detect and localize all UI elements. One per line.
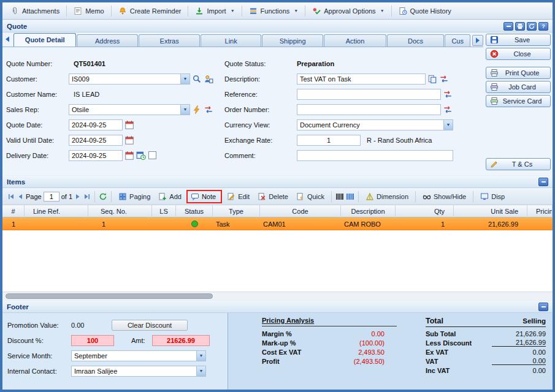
service-month-combobox[interactable]: ▼ [71,350,206,361]
amt-input[interactable] [152,335,210,346]
customer-combobox[interactable]: ▼ [69,74,190,85]
table-row[interactable]: 1 1 Task CAM01 CAM ROBO 1 21,626.99 [2,217,553,230]
attachments-button[interactable]: Attachments [6,5,64,17]
last-page-icon[interactable] [83,193,91,200]
lightning-icon[interactable] [192,105,202,115]
tab-quote-detail[interactable]: Quote Detail [13,33,76,47]
calendar-clock-icon[interactable] [136,151,146,160]
quote-history-button[interactable]: Quote History [394,5,456,17]
dimension-button[interactable]: Dimension [362,191,411,202]
column-header-seq-no[interactable]: Seq. No. [88,205,152,217]
edit-line-button[interactable]: Edit [224,191,253,202]
delivery-date-input[interactable] [69,150,123,161]
sales-rep-combobox[interactable]: ▼ [69,104,190,115]
swap-icon[interactable] [439,74,449,84]
currency-view-input[interactable] [297,119,443,130]
column-header-num[interactable]: # [2,205,25,217]
barcode-blue-icon[interactable] [346,192,354,201]
minimize-section-button[interactable] [538,303,548,311]
add-line-button[interactable]: Add [155,191,185,202]
description-input[interactable] [297,74,426,85]
horizontal-scrollbar[interactable] [2,292,553,300]
previous-page-icon[interactable] [17,193,24,200]
create-reminder-button[interactable]: Create Reminder [114,5,186,17]
barcode-icon[interactable] [335,192,344,201]
tab-shipping[interactable]: Shipping [262,34,323,47]
calendar-icon[interactable] [124,120,134,130]
tab-docs[interactable]: Docs [387,34,445,47]
memo-button[interactable]: Memo [69,5,109,17]
column-header-code[interactable]: Code [260,205,341,217]
show-hide-button[interactable]: Show/Hide [419,191,469,202]
paging-button[interactable]: Paging [115,191,153,202]
terms-and-conditions-button[interactable]: T & Cs [486,158,551,170]
order-number-input[interactable] [297,104,441,115]
minimize-section-button[interactable] [503,22,513,31]
dropdown-arrow-icon[interactable]: ▼ [443,119,453,130]
delete-line-button[interactable]: Delete [255,191,291,202]
service-month-input[interactable] [71,350,196,361]
minimize-section-button[interactable] [538,178,548,186]
dropdown-arrow-icon[interactable]: ▼ [196,350,206,361]
page-number-input[interactable] [44,192,59,202]
column-header-pricing-level[interactable]: Pricing leve [527,205,553,217]
swap-icon[interactable] [443,105,453,115]
column-header-qty[interactable]: Qty [396,205,454,217]
close-button[interactable]: Close [486,48,551,60]
currency-view-combobox[interactable]: ▼ [297,119,453,130]
column-header-unit-sale[interactable]: Unit Sale [454,205,527,217]
customer-lookup-icon[interactable] [204,74,213,84]
tab-customer[interactable]: Cus [445,34,470,47]
tab-extras[interactable]: Extras [139,34,200,47]
clear-discount-button[interactable]: Clear Discount [112,320,188,331]
display-button[interactable]: Disp [477,191,508,202]
next-page-icon[interactable] [74,193,82,200]
column-header-description[interactable]: Description [341,205,396,217]
swap-icon[interactable] [204,105,213,115]
tab-scroll-left-icon[interactable] [4,36,11,44]
approval-options-button[interactable]: Approval Options ▼ [308,5,388,17]
swap-icon[interactable] [443,89,453,99]
save-button[interactable]: Save [486,34,551,46]
calendar-icon[interactable] [124,151,134,160]
column-header-type[interactable]: Type [213,205,260,217]
refresh-section-button[interactable] [527,22,537,31]
help-section-button[interactable]: ? [538,22,548,31]
refresh-icon[interactable] [99,192,107,201]
dropdown-arrow-icon[interactable]: ▼ [180,74,190,85]
quote-date-input[interactable] [69,119,123,130]
quote-detail-form: Quote Number: QT501401 Customer: ▼ Cust [2,47,483,175]
calendar-icon[interactable] [124,135,134,145]
column-header-ls[interactable]: LS [152,205,176,217]
tab-address[interactable]: Address [77,34,137,47]
comment-input[interactable] [297,150,453,161]
dropdown-arrow-icon[interactable]: ▼ [196,366,206,377]
customer-input[interactable] [69,74,180,85]
job-card-button[interactable]: Job Card [486,81,551,93]
sales-rep-input[interactable] [69,104,180,115]
tab-action[interactable]: Action [324,34,386,47]
dropdown-arrow-icon[interactable]: ▼ [180,104,190,115]
print-quote-button[interactable]: Print Quote [486,67,551,79]
first-page-icon[interactable] [7,193,15,200]
customer-search-icon[interactable] [192,74,202,84]
internal-contact-input[interactable] [71,366,196,377]
column-header-status[interactable]: Status [176,205,213,217]
delivery-date-checkbox[interactable] [148,151,156,159]
valid-until-date-input[interactable] [69,135,123,146]
internal-contact-combobox[interactable]: ▼ [71,366,206,377]
discount-pct-input[interactable] [71,335,114,346]
service-card-button[interactable]: Service Card [486,95,551,107]
quick-add-button[interactable]: Quick [293,191,327,202]
column-header-line-ref[interactable]: Line Ref. [25,205,88,217]
import-button[interactable]: Import ▼ [191,5,239,17]
functions-button[interactable]: Functions ▼ [245,5,303,17]
scrollbar-thumb[interactable] [6,293,213,299]
note-button-highlight[interactable]: Note [186,190,222,203]
reference-input[interactable] [297,89,441,100]
copy-icon[interactable] [427,74,437,84]
print-section-button[interactable] [515,22,525,31]
exchange-rate-input[interactable] [297,135,361,146]
tab-scroll-right-button[interactable] [472,35,483,46]
tab-link[interactable]: Link [201,34,261,47]
